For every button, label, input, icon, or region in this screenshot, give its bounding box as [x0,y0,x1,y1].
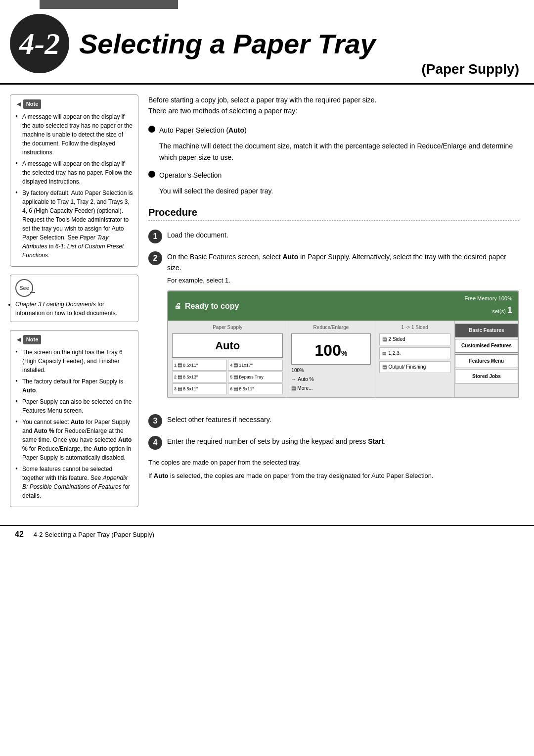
output-icon: ▤ [382,363,387,371]
intro-line2: There are two methods of selecting a pap… [148,107,297,115]
after-note-2: If Auto is selected, the copies are made… [148,471,519,481]
stored-jobs-btn[interactable]: Stored Jobs [455,370,518,383]
step-3: 3 Select other features if necessary. [148,414,519,428]
chapter-number: 4-2 [19,28,60,59]
tray-1[interactable]: 1 ▤ 8.5x11" [172,360,227,371]
step-4: 4 Enter the required number of sets by u… [148,436,519,450]
step-1-content: Load the document. [167,230,519,240]
sided-123[interactable]: ▤ 1,2,3. [379,347,450,359]
features-menu-btn[interactable]: Features Menu [455,354,518,368]
procedure-divider [148,220,519,221]
tray-5[interactable]: 5 ▤ Bypass Tray [228,372,283,382]
tray-4[interactable]: 4 ▤ 11x17" [228,360,283,371]
see-item-1: Chapter 3 Loading Documents for informat… [15,300,133,318]
tray-icon-3: ▤ [178,385,182,393]
tray-icon-5: ▤ [233,373,238,381]
note-text-2: Note [23,335,41,344]
page-header: 4-2 Selecting a Paper Tray (Paper Supply… [0,0,534,85]
output-finishing[interactable]: ▤ Output/ Finishing [379,361,450,373]
step-4-content: Enter the required number of sets by usi… [167,436,519,447]
step-number-4: 4 [148,436,162,450]
note-arrow-icon: ◄ [15,99,22,109]
reduce-more[interactable]: ▤ More... [291,384,370,392]
method2-title: Operator's Selection [159,170,222,181]
note-item-2-3: Paper Supply can also be selected on the… [15,397,133,415]
footer-description: 4-2 Selecting a Paper Tray (Paper Supply… [34,531,154,538]
page-title: Selecting a Paper Tray [79,28,519,60]
cm-sided-items: ▤ 2 Sided ▤ 1,2,3. ▤ Out [379,333,450,373]
note-label-2: ◄ Note [15,334,133,345]
step-number-2: 2 [148,251,162,265]
sided-2[interactable]: ▤ 2 Sided [379,333,450,345]
note-box-2: ◄ Note The screen on the right has the T… [10,330,138,507]
customised-features-btn[interactable]: Customised Features [455,339,518,353]
cm-reduce-col: Reduce/Enlarge 100% 100% ↔ [287,321,375,397]
step-1: 1 Load the document. [148,230,519,243]
tray-icon-6: ▤ [233,385,238,393]
method1-bullet: Auto Paper Selection (Auto) [148,125,519,136]
tray-icon-2: ▤ [178,373,182,381]
page-subtitle: (Paper Supply) [421,61,519,77]
note-item-2-1: The screen on the right has the Tray 6 (… [15,348,133,375]
cm-memory: Free Memory 100% set(s) 1 [464,294,512,317]
reduce-item-100: 100% [291,367,370,375]
sided-icon-2: ▤ [382,335,387,343]
cm-reduce-items: 100% ↔ Auto % ▤ More... [291,367,370,392]
see-box: See Chapter 3 Loading Documents for info… [10,275,138,322]
note-item-1-1: A message will appear on the display if … [15,112,133,157]
tray-3[interactable]: 3 ▤ 8.5x11" [172,383,227,394]
cm-sided-col: 1 -> 1 Sided ▤ 2 Sided ▤ 1,2,3. [375,321,455,397]
intro-text: Before starting a copy job, select a pap… [148,94,519,117]
page-number: 42 [15,530,24,539]
note-list-1: A message will appear on the display if … [15,112,133,260]
cm-body: Paper Supply Auto 1 ▤ 8.5x11" [168,321,518,397]
note-item-2-4: You cannot select Auto for Paper Supply … [15,418,133,462]
tray-6[interactable]: 6 ▤ 8.5x11" [228,383,283,394]
cm-features-col: Basic Features Customised Features Featu… [455,321,518,397]
step-3-content: Select other features if necessary. [167,414,519,425]
header-top-bar [40,0,178,9]
method1-title: Auto Paper Selection (Auto) [159,125,247,136]
tray-icon-1: ▤ [178,361,182,369]
method2-desc: You will select the desired paper tray. [148,186,519,196]
step-2-content: On the Basic Features screen, select Aut… [167,251,519,406]
cm-paper-supply-col: Paper Supply Auto 1 ▤ 8.5x11" [168,321,287,397]
page-footer: 42 4-2 Selecting a Paper Tray (Paper Sup… [0,525,534,543]
note-arrow-icon-2: ◄ [15,334,22,345]
method2-section: Operator's Selection You will select the… [148,170,519,197]
cm-header: 🖨 Ready to copy Free Memory 100% set(s) … [168,291,518,320]
procedure-title: Procedure [148,207,519,218]
bullet-dot-2 [148,171,155,178]
note-label-1: ◄ Note [15,99,133,109]
printer-icon: 🖨 [174,300,181,311]
note-list-2: The screen on the right has the Tray 6 (… [15,348,133,500]
note-item-1-3: By factory default, Auto Paper Selection… [15,189,133,260]
see-icon: See [15,279,33,297]
basic-features-btn[interactable]: Basic Features [455,324,518,337]
intro-line1: Before starting a copy job, select a pap… [148,96,376,104]
cm-status: 🖨 Ready to copy [174,300,239,313]
method2-bullet: Operator's Selection [148,170,519,181]
note-item-2-5: Some features cannot be selected togethe… [15,465,133,500]
main-layout: ◄ Note A message will appear on the disp… [0,85,534,525]
method1-desc: The machine will detect the document siz… [148,141,519,163]
method1-section: Auto Paper Selection (Auto) The machine … [148,125,519,163]
see-label: See [15,279,133,297]
note-box-1: ◄ Note A message will appear on the disp… [10,94,138,267]
note-item-1-2: A message will appear on the display if … [15,159,133,186]
cm-feature-buttons: Basic Features Customised Features Featu… [455,321,518,386]
tray-2[interactable]: 2 ▤ 8.5x13" [172,372,227,382]
tray-icon-4: ▤ [233,361,238,369]
step-number-3: 3 [148,414,162,428]
step-2: 2 On the Basic Features screen, select A… [148,251,519,406]
after-note-1: The copies are made on paper from the se… [148,458,519,468]
note-item-2-2: The factory default for Paper Supply is … [15,377,133,395]
left-sidebar: ◄ Note A message will appear on the disp… [10,94,138,515]
cm-percent: 100% [291,333,370,365]
step-2-sub: For example, select 1. [167,276,519,286]
note-text-1: Note [23,99,41,109]
procedure-section: Procedure 1 Load the document. 2 On the … [148,207,519,481]
after-steps: The copies are made on paper from the se… [148,458,519,481]
cm-tray-grid: 1 ▤ 8.5x11" 4 ▤ 11x17" [172,360,283,394]
copy-machine-ui: 🖨 Ready to copy Free Memory 100% set(s) … [167,290,519,398]
